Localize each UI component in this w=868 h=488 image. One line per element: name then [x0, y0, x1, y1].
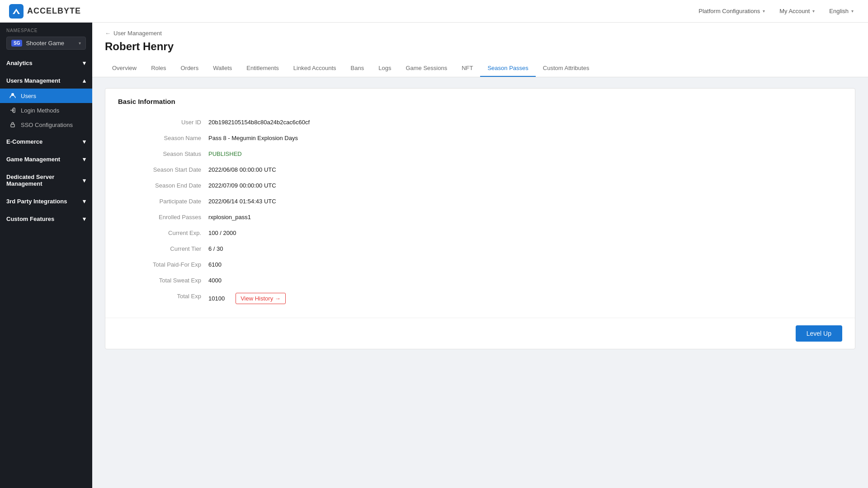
topbar: ACCELBYTE Platform Configurations ▾ My A…: [0, 0, 868, 23]
tab-roles[interactable]: Roles: [144, 60, 173, 77]
season-start-date-value: 2022/06/08 00:00:00 UTC: [208, 162, 842, 178]
season-end-date-label: Season End Date: [118, 178, 208, 193]
chevron-icon: ▾: [83, 60, 86, 66]
sidebar-section-ecommerce-header[interactable]: E-Commerce ▾: [0, 134, 92, 150]
current-exp-value: 100 / 2000: [208, 225, 842, 241]
season-end-date-value: 2022/07/09 00:00:00 UTC: [208, 178, 842, 193]
tab-logs[interactable]: Logs: [371, 60, 398, 77]
logo: ACCELBYTE: [9, 4, 81, 19]
total-exp-value: 10100: [208, 295, 225, 302]
sidebar-section-analytics-header[interactable]: Analytics ▾: [0, 55, 92, 71]
page-header: ← User Management Robert Henry Overview …: [92, 23, 868, 77]
tab-season-passes[interactable]: Season Passes: [480, 60, 535, 77]
sso-label: SSO Configurations: [21, 122, 73, 128]
sidebar: NAMESPACE SG Shooter Game ▾ Analytics ▾ …: [0, 23, 92, 488]
season-status-label: Season Status: [118, 146, 208, 162]
sidebar-section-3rd-party: 3rd Party Integrations ▾: [0, 193, 92, 209]
main-layout: NAMESPACE SG Shooter Game ▾ Analytics ▾ …: [0, 23, 868, 488]
sidebar-section-users-management-header[interactable]: Users Management ▴: [0, 73, 92, 89]
chevron-icon: ▾: [83, 177, 86, 184]
card-footer: Level Up: [105, 318, 855, 349]
sidebar-section-custom-features-header[interactable]: Custom Features ▾: [0, 211, 92, 227]
tab-game-sessions[interactable]: Game Sessions: [398, 60, 454, 77]
sidebar-section-ecommerce: E-Commerce ▾: [0, 134, 92, 150]
tabs: Overview Roles Orders Wallets Entitlemen…: [105, 60, 855, 77]
sidebar-section-dedicated-server-header[interactable]: Dedicated Server Management ▾: [0, 169, 92, 192]
season-status-value: PUBLISHED: [208, 146, 842, 162]
current-tier-label: Current Tier: [118, 241, 208, 257]
level-up-button[interactable]: Level Up: [796, 325, 842, 342]
my-account-button[interactable]: My Account ▾: [774, 5, 820, 17]
section-title: Basic Information: [118, 98, 842, 105]
total-sweat-exp-label: Total Sweat Exp: [118, 272, 208, 288]
namespace-name: Shooter Game: [26, 40, 75, 47]
participate-date-value: 2022/06/14 01:54:43 UTC: [208, 193, 842, 209]
svg-rect-0: [9, 4, 24, 19]
svg-rect-3: [11, 124, 14, 127]
page-content: Basic Information User ID 20b1982105154b…: [92, 77, 868, 360]
view-history-label: View History →: [241, 295, 281, 302]
chevron-down-icon: ▾: [763, 9, 765, 14]
sidebar-section-3rd-party-header[interactable]: 3rd Party Integrations ▾: [0, 193, 92, 209]
participate-date-label: Participate Date: [118, 193, 208, 209]
chevron-icon: ▾: [83, 216, 86, 222]
enrolled-passes-label: Enrolled Passes: [118, 209, 208, 225]
total-sweat-exp-value: 4000: [208, 272, 842, 288]
tab-nft[interactable]: NFT: [454, 60, 480, 77]
my-account-label: My Account: [779, 8, 810, 14]
logo-text: ACCELBYTE: [27, 6, 81, 16]
dedicated-server-label: Dedicated Server Management: [6, 174, 83, 187]
tab-custom-attributes[interactable]: Custom Attributes: [536, 60, 597, 77]
sidebar-section-custom-features: Custom Features ▾: [0, 211, 92, 227]
tab-bans[interactable]: Bans: [344, 60, 372, 77]
platform-configurations-button[interactable]: Platform Configurations ▾: [693, 5, 770, 17]
users-management-label: Users Management: [6, 77, 60, 84]
sidebar-item-login-methods[interactable]: Login Methods: [0, 103, 92, 117]
breadcrumb-parent[interactable]: User Management: [113, 30, 162, 37]
user-icon: [9, 92, 16, 99]
breadcrumb-arrow-icon: ←: [105, 30, 111, 37]
analytics-label: Analytics: [6, 60, 33, 66]
sidebar-item-users[interactable]: Users: [0, 89, 92, 103]
view-history-button[interactable]: View History →: [236, 293, 286, 304]
platform-configurations-label: Platform Configurations: [698, 8, 760, 14]
login-methods-label: Login Methods: [21, 107, 59, 114]
chevron-down-icon: ▾: [851, 9, 854, 14]
total-paid-exp-label: Total Paid-For Exp: [118, 257, 208, 272]
tab-entitlements[interactable]: Entitlements: [239, 60, 286, 77]
tab-linked-accounts[interactable]: Linked Accounts: [286, 60, 344, 77]
namespace-chevron-icon: ▾: [79, 41, 81, 46]
sidebar-section-game-management: Game Management ▾: [0, 151, 92, 167]
info-grid: User ID 20b1982105154b8c80a24b2cac6c60cf…: [118, 114, 842, 309]
namespace-section: NAMESPACE SG Shooter Game ▾: [0, 23, 92, 53]
namespace-label: NAMESPACE: [6, 28, 86, 33]
sidebar-section-analytics: Analytics ▾: [0, 55, 92, 71]
topbar-right: Platform Configurations ▾ My Account ▾ E…: [693, 5, 859, 17]
total-exp-row: 10100 View History →: [208, 288, 842, 309]
chevron-icon: ▾: [83, 198, 86, 205]
language-button[interactable]: English ▾: [824, 5, 859, 17]
current-exp-label: Current Exp.: [118, 225, 208, 241]
enrolled-passes-value: rxplosion_pass1: [208, 209, 842, 225]
basic-info-card: Basic Information User ID 20b1982105154b…: [105, 88, 855, 349]
tab-overview[interactable]: Overview: [105, 60, 144, 77]
ecommerce-label: E-Commerce: [6, 138, 42, 145]
namespace-selector[interactable]: SG Shooter Game ▾: [6, 37, 86, 50]
tab-orders[interactable]: Orders: [173, 60, 206, 77]
level-up-label: Level Up: [807, 330, 831, 337]
login-icon: [9, 107, 16, 114]
user-id-value: 20b1982105154b8c80a24b2cac6c60cf: [208, 114, 842, 130]
total-exp-label: Total Exp: [118, 288, 208, 309]
custom-features-label: Custom Features: [6, 216, 54, 222]
sidebar-item-sso-configurations[interactable]: SSO Configurations: [0, 117, 92, 132]
lock-icon: [9, 121, 16, 128]
sidebar-section-game-management-header[interactable]: Game Management ▾: [0, 151, 92, 167]
chevron-icon: ▴: [83, 77, 86, 84]
season-name-label: Season Name: [118, 130, 208, 146]
basic-info-section: Basic Information User ID 20b1982105154b…: [105, 89, 855, 318]
game-management-label: Game Management: [6, 156, 60, 163]
chevron-icon: ▾: [83, 156, 86, 163]
chevron-down-icon: ▾: [812, 9, 815, 14]
tab-wallets[interactable]: Wallets: [206, 60, 239, 77]
current-tier-value: 6 / 30: [208, 241, 842, 257]
